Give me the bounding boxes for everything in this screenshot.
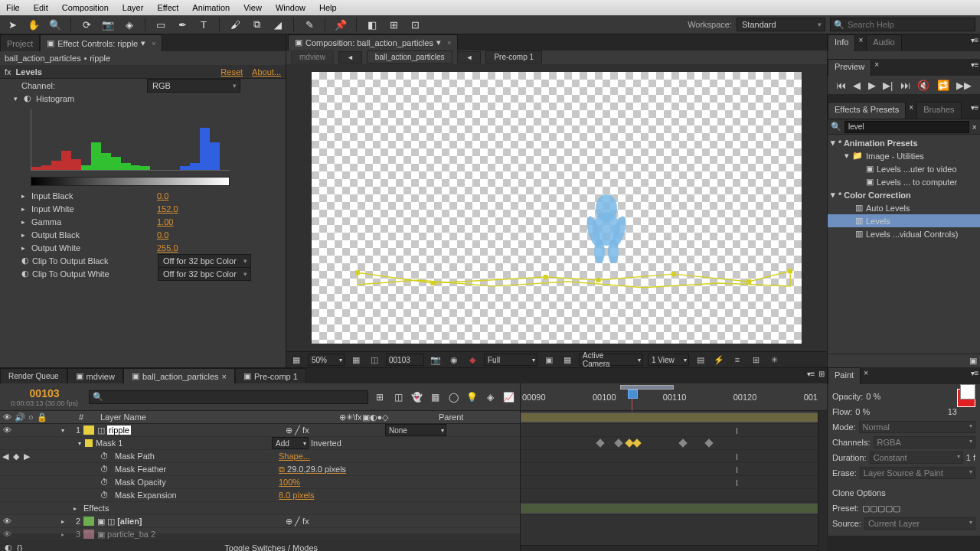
menu-edit[interactable]: Edit xyxy=(34,3,48,12)
menu-file[interactable]: File xyxy=(6,3,20,12)
label-color[interactable] xyxy=(83,517,94,526)
camera-dropdown[interactable]: Active Camera xyxy=(579,354,643,366)
mask-feather-value[interactable]: ⧉ 29.0,29.0 pixels xyxy=(279,465,346,474)
visibility-toggle-icon[interactable]: 👁 xyxy=(0,517,14,526)
source-dropdown[interactable]: Current Layer xyxy=(864,517,975,530)
mask-path-value[interactable]: Shape... xyxy=(279,452,310,461)
erase-dropdown[interactable]: Layer Source & Paint xyxy=(860,467,975,479)
search-help-input[interactable] xyxy=(848,20,972,29)
show-channel-icon[interactable]: ◉ xyxy=(447,354,461,366)
pixel-aspect-icon[interactable]: ▤ xyxy=(694,354,707,366)
next-frame-icon[interactable]: ▶| xyxy=(883,80,893,91)
duration-frames[interactable]: 1 f xyxy=(966,453,975,462)
mask-expansion-row[interactable]: ⏱ Mask Expansion 8.0 pixels xyxy=(0,489,520,502)
tree-image-utilities[interactable]: Image - Utilities xyxy=(866,152,924,161)
snapshot-icon[interactable]: 📷 xyxy=(429,354,443,366)
layer-row-2[interactable]: 👁 ▸2 ▣ ◫ [alien] ⊕ ╱ fx xyxy=(0,515,520,528)
panel-menu-icon[interactable]: ▾≡ xyxy=(969,102,980,112)
reset-button[interactable]: Reset xyxy=(220,67,243,77)
prev-frame-icon[interactable]: ◀ xyxy=(853,80,861,91)
comp-mini-flowchart-icon[interactable]: ⊞ xyxy=(816,368,827,379)
search-help-field[interactable]: 🔍 xyxy=(830,18,975,31)
world-axis-icon[interactable]: ⊞ xyxy=(386,18,401,31)
toggle-switch-icon[interactable]: ◐ xyxy=(5,543,12,551)
mask-path-overlay[interactable] xyxy=(358,269,794,291)
tab-info[interactable]: Info xyxy=(828,34,855,51)
auto-keyframe-icon[interactable]: ◈ xyxy=(483,390,497,404)
tab-effect-controls[interactable]: ▣ Effect Controls: ripple ▾ × xyxy=(40,34,162,51)
last-frame-icon[interactable]: ⏭ xyxy=(900,80,910,91)
about-button[interactable]: About... xyxy=(252,67,281,77)
duration-dropdown[interactable]: Constant xyxy=(870,452,963,464)
ram-preview-icon[interactable]: ▶▶ xyxy=(956,80,972,91)
flow-value[interactable]: 0 % xyxy=(855,407,870,416)
tab-precomp[interactable]: ▣Pre-comp 1 xyxy=(235,368,306,383)
brush-tool-icon[interactable]: 🖌 xyxy=(227,18,243,31)
tab-project[interactable]: Project xyxy=(0,34,40,51)
channel-dropdown[interactable]: RGB xyxy=(147,79,240,93)
zoom-dropdown[interactable]: 50% xyxy=(308,354,345,366)
exposure-reset-icon[interactable]: ✳ xyxy=(767,354,781,366)
selection-tool-icon[interactable]: ➤ xyxy=(5,18,20,31)
flow-comp[interactable]: ball_action_particles xyxy=(367,51,453,64)
mask-path-row[interactable]: ◀◆▶ ⏱ Mask Path Shape... xyxy=(0,450,520,463)
tab-audio[interactable]: Audio xyxy=(866,34,901,51)
panel-menu-icon[interactable]: ▾≡ xyxy=(969,34,980,45)
stopwatch-icon[interactable]: ⏱ xyxy=(100,465,109,474)
draft-3d-icon[interactable]: ◫ xyxy=(391,390,405,404)
menu-layer[interactable]: Layer xyxy=(122,3,144,12)
composition-viewer[interactable] xyxy=(286,64,827,351)
frame-blend-icon[interactable]: ▦ xyxy=(428,390,442,404)
effect-auto-levels[interactable]: Auto Levels xyxy=(866,204,910,213)
stopwatch-icon[interactable]: ⏱ xyxy=(100,478,109,487)
tree-animation-presets[interactable]: * Animation Presets xyxy=(838,139,918,148)
first-frame-icon[interactable]: ⏮ xyxy=(836,80,846,91)
tab-mdview[interactable]: ▣mdview xyxy=(67,368,123,383)
fx-enable-icon[interactable]: fx xyxy=(5,67,11,77)
camera-tool-icon[interactable]: 📷 xyxy=(100,18,116,31)
layer-name-input[interactable]: ripple xyxy=(107,425,131,435)
stopwatch-icon[interactable]: ⏱ xyxy=(100,452,109,461)
mask-inverted-label[interactable]: Inverted xyxy=(311,439,341,448)
preset-levels-to-computer[interactable]: Levels ... to computer xyxy=(877,178,957,187)
background-color-swatch[interactable] xyxy=(960,384,975,399)
puppet-tool-icon[interactable]: 📌 xyxy=(333,18,348,31)
panel-menu-icon[interactable]: ▾≡ xyxy=(969,59,980,70)
close-icon[interactable]: × xyxy=(871,59,882,70)
expand-arrow-icon[interactable]: ▾ xyxy=(57,427,68,434)
close-icon[interactable]: × xyxy=(906,102,916,112)
mask-opacity-value[interactable]: 100% xyxy=(279,478,300,487)
current-frame-input[interactable] xyxy=(386,354,424,366)
effect-levels-individual[interactable]: Levels ...vidual Controls) xyxy=(866,230,958,239)
effects-row[interactable]: ▸ Effects xyxy=(0,502,520,515)
channels-dropdown[interactable]: RGBA xyxy=(874,436,975,448)
timeline-tracks[interactable]: 00090001000011000120001 I I I xyxy=(521,383,827,551)
toggle-switches-modes-button[interactable]: Toggle Switches / Modes xyxy=(27,543,515,552)
mode-dropdown[interactable]: Normal xyxy=(859,421,975,433)
clone-stamp-tool-icon[interactable]: ⧉ xyxy=(249,18,264,31)
next-key-icon[interactable]: ▶ xyxy=(24,452,30,461)
color-mgmt-icon[interactable]: ◆ xyxy=(466,354,479,366)
mask-opacity-row[interactable]: ⏱ Mask Opacity 100% xyxy=(0,476,520,489)
label-color[interactable] xyxy=(83,425,94,435)
fast-preview-icon[interactable]: ⚡ xyxy=(712,354,726,366)
menu-window[interactable]: Window xyxy=(276,3,305,12)
input-black-value[interactable]: 0.0 xyxy=(157,191,168,201)
close-icon[interactable]: × xyxy=(855,34,866,45)
brainstorm-icon[interactable]: 💡 xyxy=(465,390,479,404)
close-icon[interactable]: × xyxy=(152,40,155,47)
mask-mode-dropdown[interactable]: Add xyxy=(272,437,309,449)
menu-view[interactable]: View xyxy=(243,3,262,12)
menu-animation[interactable]: Animation xyxy=(192,3,230,12)
layer-row-1[interactable]: 👁 ▾ 1 ◫ ripple ⊕ ╱ fx None xyxy=(0,424,520,437)
output-gradient-slider[interactable] xyxy=(31,177,230,186)
hand-tool-icon[interactable]: ✋ xyxy=(26,18,41,31)
parent-dropdown[interactable]: None xyxy=(385,424,446,436)
layer-in-out-icon[interactable]: {} xyxy=(17,543,22,552)
timeline-vscrollbar[interactable] xyxy=(818,411,827,551)
transparency-grid-toggle-icon[interactable]: ▦ xyxy=(560,354,574,366)
hide-shy-icon[interactable]: 👻 xyxy=(410,390,423,404)
loop-icon[interactable]: 🔁 xyxy=(937,80,949,91)
stopwatch-icon[interactable]: ⏱ xyxy=(100,491,109,500)
panel-menu-icon[interactable]: ▾≡ xyxy=(805,368,816,379)
